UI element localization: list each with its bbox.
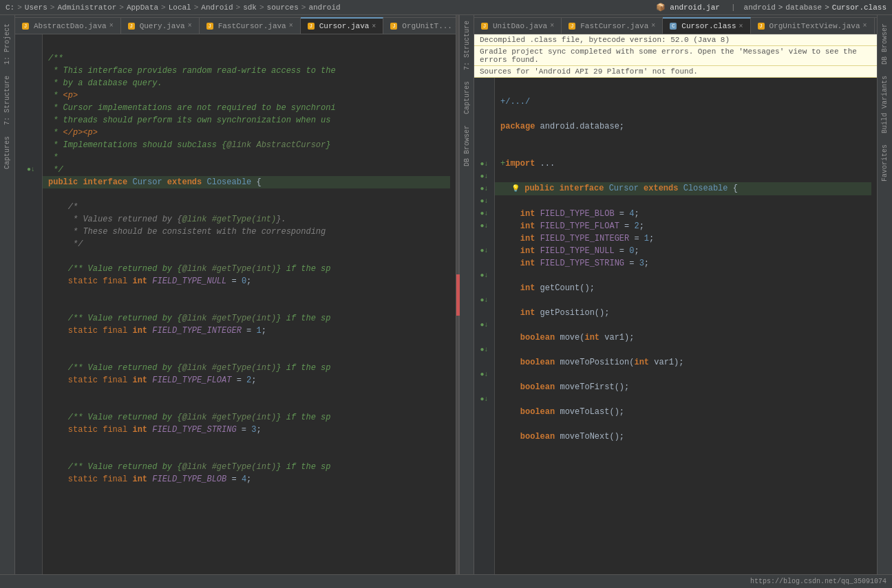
right-tab-bar: J UnitDao.java × J FastCursor.java × C C… [474,15,877,34]
right-gutter: ●↓ ●↓ ●↓ ●↓ ●↓ ●↓ ●↓ [474,78,495,574]
gutter-icon-field2: ●↓ [480,185,488,193]
pane-divider[interactable] [456,15,459,574]
bottom-url: https://blog.csdn.net/qq_35091074 [750,578,886,585]
main-area: 1: Project 7: Structure Captures J Abstr… [0,15,892,574]
bottom-status-bar: https://blog.csdn.net/qq_35091074 [0,574,892,588]
sidebar-item-project[interactable]: 1: Project [1,18,13,70]
class-icon: C [670,23,677,30]
gutter-icon-declaration: ●↓ [480,160,488,168]
right-code-content[interactable]: +/.../ package android.database; +import… [495,78,877,574]
java-icon: J [128,23,135,30]
info-bar-sources: Sources for 'Android API 29 Platform' no… [474,66,877,78]
title-bar-path: C: > Users > Administrator > AppData > L… [6,3,341,12]
tab-fastcursor-right[interactable]: J FastCursor.java × [562,17,663,34]
tab-label: OrgUnitT... [402,22,452,30]
java-icon: J [308,23,315,30]
breadcrumb-cursor-class[interactable]: Cursor.class [832,3,886,12]
breadcrumb-database: database [785,3,822,12]
breadcrumb-android: android [744,3,776,12]
sources-message: Sources for 'Android API 29 Platform' no… [480,67,698,76]
gutter-icon-method5: ●↓ [480,346,488,353]
gutter-icon-field3: ●↓ [480,197,488,205]
close-icon[interactable]: × [651,22,655,30]
sidebar-item-db-browser[interactable]: DB Browser [879,18,891,70]
sidebar-item-structure[interactable]: 7: Structure [1,70,13,131]
tab-unitdao[interactable]: J UnitDao.java × [474,17,562,34]
right-inner-sidebar: 7: Structure Captures DB Browser [459,15,474,574]
java-icon: J [390,23,397,30]
tab-orgunit-textview[interactable]: J OrgUnitTextView.java × [751,17,875,34]
java-icon: J [22,23,29,30]
tab-label: OrgUnitTextView.java [769,22,860,30]
gutter-icon-method7: ●↓ [480,395,488,403]
gutter-icon-field1: ●↓ [480,173,488,180]
close-icon[interactable]: × [550,22,554,30]
tab-label: AbstractDao.java [34,22,107,30]
tab-label: Cursor.java [319,22,370,30]
close-icon[interactable]: × [188,22,192,30]
tab-orgunit[interactable]: J OrgUnitT... × [383,17,456,34]
close-icon[interactable]: × [863,22,867,30]
close-icon[interactable]: × [372,23,376,30]
sidebar-item-build-variants[interactable]: Build Variants [879,70,891,139]
tab-cursor-java[interactable]: J Cursor.java × [301,17,384,34]
sidebar-item-captures[interactable]: Captures [1,131,13,175]
java-icon: J [758,23,765,30]
error-marker [456,274,460,316]
title-bar-right: 📦 android.jar | android > database > Cur… [656,3,886,12]
close-icon[interactable]: × [739,23,743,30]
info-bar-gradle: Gradle project sync completed with some … [474,46,877,66]
gutter-icon-method4: ●↓ [480,321,488,329]
gutter-icon-method1: ●↓ [480,247,488,254]
tab-orgu[interactable]: J OrgU... × [875,17,877,34]
line-numbers: ●↓ [15,34,43,574]
close-icon[interactable]: × [109,22,114,30]
right-code-area[interactable]: ●↓ ●↓ ●↓ ●↓ ●↓ ●↓ ●↓ [474,78,877,574]
tab-label: FastCursor.java [580,22,648,30]
info-bar-decompiled: Decompiled .class file, bytecode version… [474,34,877,46]
left-code-content[interactable]: /** * This interface provides random rea… [43,34,456,574]
java-icon: J [481,23,488,30]
java-icon: J [569,23,575,30]
title-path-icon: C: [6,3,14,12]
sidebar-item-structure-right[interactable]: 7: Structure [461,15,473,76]
sidebar-item-favorites[interactable]: Favorites [879,139,891,187]
jar-tab-label: 📦 android.jar [656,3,720,12]
gutter-icon-field5: ●↓ [480,222,488,230]
tab-fastcursor[interactable]: J FastCursor.java × [200,17,301,34]
right-outer-sidebar: DB Browser Build Variants Favorites [877,15,892,574]
tab-cursor-class[interactable]: C Cursor.class × [663,17,750,34]
gutter-icon-method2: ●↓ [480,272,488,279]
tab-label: UnitDao.java [493,22,547,30]
left-editor-pane: J AbstractDao.java × J Query.java × J Fa… [15,15,456,574]
tab-abstractdao[interactable]: J AbstractDao.java × [15,17,121,34]
java-icon: J [206,23,213,30]
left-outer-sidebar: 1: Project 7: Structure Captures [0,15,15,574]
close-icon[interactable]: × [289,22,293,30]
sidebar-item-captures-right[interactable]: Captures [461,76,473,120]
right-editor-pane: J UnitDao.java × J FastCursor.java × C C… [474,15,877,574]
tab-label: Query.java [140,22,185,30]
decompile-message: Decompiled .class file, bytecode version… [480,36,730,44]
title-bar: C: > Users > Administrator > AppData > L… [0,0,892,15]
tab-label: Cursor.class [681,22,736,30]
gutter-icon-method6: ●↓ [480,371,488,378]
sidebar-item-db[interactable]: DB Browser [461,120,473,172]
gutter-icon-field4: ●↓ [480,210,488,217]
left-code-area[interactable]: ●↓ [15,34,456,574]
left-tab-bar: J AbstractDao.java × J Query.java × J Fa… [15,15,456,34]
tab-query[interactable]: J Query.java × [121,17,200,34]
tab-label: FastCursor.java [218,22,286,30]
gutter-icon-method3: ●↓ [480,296,488,304]
gradle-message: Gradle project sync completed with some … [480,47,857,64]
